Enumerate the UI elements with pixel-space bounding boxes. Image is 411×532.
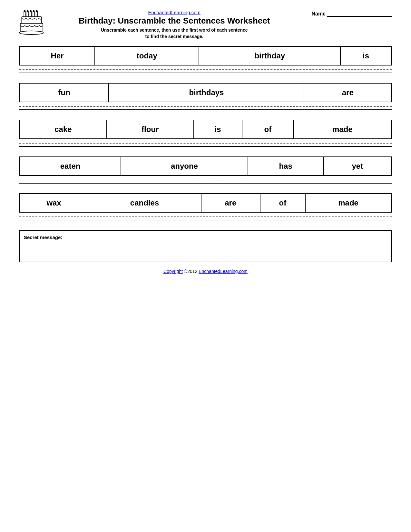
answer-area-5 <box>19 216 392 220</box>
word-cell: Her <box>20 46 95 65</box>
answer-area-1 <box>19 69 392 73</box>
svg-point-8 <box>33 10 34 12</box>
word-table-1: Her today birthday is <box>19 46 392 65</box>
word-cell: made <box>294 120 391 139</box>
word-cell: flour <box>107 120 194 139</box>
word-cell: of <box>242 120 294 139</box>
sentence-section-5: wax candles are of made <box>19 193 392 220</box>
answer-area-3 <box>19 143 392 147</box>
svg-rect-1 <box>27 11 28 17</box>
solid-line <box>19 146 392 147</box>
secret-message-label: Secret message: <box>24 235 62 240</box>
secret-message-box[interactable]: Secret message: <box>19 230 392 262</box>
word-cell: birthday <box>199 46 340 65</box>
svg-rect-3 <box>33 11 34 17</box>
header-text-block: EnchantedLearning.com Birthday: Unscramb… <box>44 10 305 40</box>
copyright-text: Copyright <box>163 269 183 274</box>
answer-area-2 <box>19 106 392 110</box>
word-cell: wax <box>20 194 88 212</box>
cake-icon <box>19 10 44 35</box>
svg-rect-10 <box>22 17 42 24</box>
word-cell: is <box>340 46 391 65</box>
word-cell: made <box>305 194 391 212</box>
worksheet-subtitle: Unscramble each sentence, then use the f… <box>101 27 248 39</box>
word-cell: anyone <box>121 157 248 176</box>
word-table-3: cake flour is of made <box>19 120 392 139</box>
word-cell: is <box>194 120 242 139</box>
page-header: EnchantedLearning.com Birthday: Unscramb… <box>19 10 392 40</box>
svg-point-7 <box>30 10 32 12</box>
word-cell: of <box>260 194 306 212</box>
name-input-line[interactable] <box>327 10 392 17</box>
word-cell: are <box>201 194 260 212</box>
svg-rect-4 <box>36 11 38 17</box>
solid-line <box>19 183 392 184</box>
word-table-4: eaten anyone has yet <box>19 156 392 176</box>
sentence-section-2: fun birthdays are <box>19 83 392 110</box>
name-label: Name <box>311 11 326 17</box>
dotted-line <box>19 106 392 107</box>
name-field: Name <box>311 10 392 18</box>
word-cell: yet <box>324 157 391 176</box>
svg-point-12 <box>19 31 44 35</box>
answer-area-4 <box>19 180 392 184</box>
dotted-line <box>19 180 392 180</box>
word-cell: today <box>95 46 199 65</box>
page-footer: Copyright ©2012 EnchantedLearning.com <box>19 269 392 274</box>
word-cell: fun <box>20 83 109 102</box>
svg-rect-2 <box>30 11 32 17</box>
solid-line <box>19 109 392 110</box>
svg-point-6 <box>27 10 28 12</box>
word-cell: cake <box>20 120 107 139</box>
sentence-section-1: Her today birthday is <box>19 46 392 73</box>
footer-site-link[interactable]: EnchantedLearning.com <box>199 269 248 274</box>
site-link[interactable]: EnchantedLearning.com <box>44 10 305 15</box>
svg-point-5 <box>24 10 25 12</box>
solid-line <box>19 73 392 73</box>
word-cell: are <box>304 83 391 102</box>
copyright-year: ©2012 <box>184 269 197 274</box>
word-cell: birthdays <box>109 83 304 102</box>
svg-point-9 <box>36 10 38 12</box>
dotted-line <box>19 216 392 217</box>
word-table-2: fun birthdays are <box>19 83 392 102</box>
word-cell: candles <box>88 194 201 212</box>
sentence-section-4: eaten anyone has yet <box>19 156 392 184</box>
dotted-line <box>19 143 392 144</box>
word-cell: eaten <box>20 157 121 176</box>
solid-line <box>19 220 392 220</box>
word-table-5: wax candles are of made <box>19 193 392 213</box>
worksheet-title: Birthday: Unscramble the Sentences Works… <box>44 16 305 26</box>
dotted-line <box>19 69 392 70</box>
sentence-section-3: cake flour is of made <box>19 120 392 147</box>
svg-rect-0 <box>24 11 25 17</box>
word-cell: has <box>248 157 324 176</box>
